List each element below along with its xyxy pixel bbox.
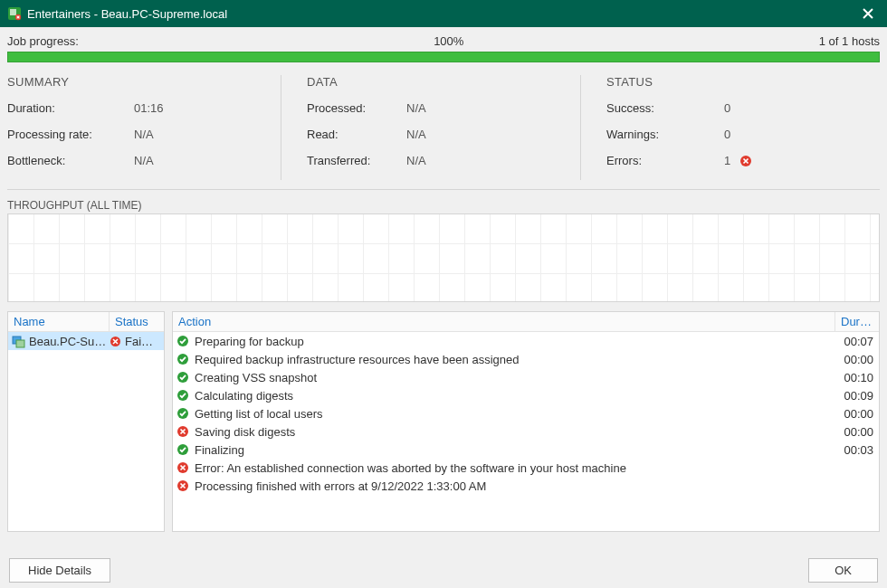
progress-percent: 100% — [79, 34, 819, 48]
error-icon — [176, 461, 189, 474]
action-row[interactable]: Getting list of local users00:00 — [173, 404, 879, 422]
ok-icon — [176, 353, 189, 365]
progress-bar — [7, 52, 880, 62]
svg-rect-4 — [16, 340, 24, 347]
host-row[interactable]: Beau.PC-Sup… Fai… — [8, 332, 164, 350]
action-text: Finalizing — [195, 443, 244, 457]
errors-label: Errors: — [606, 154, 724, 167]
ok-icon — [176, 407, 189, 420]
success-value: 0 — [724, 101, 730, 115]
action-row[interactable]: Error: An established connection was abo… — [173, 459, 879, 477]
ok-icon — [176, 389, 189, 402]
host-icon — [12, 335, 25, 348]
read-label: Read: — [307, 128, 406, 141]
ok-button[interactable]: OK — [808, 558, 878, 583]
action-duration: 00:03 — [834, 443, 873, 457]
col-status[interactable]: Status — [110, 312, 164, 331]
action-text: Getting list of local users — [195, 407, 323, 421]
transferred-value: N/A — [406, 154, 426, 167]
throughput-chart — [7, 213, 880, 302]
warnings-value: 0 — [724, 128, 730, 141]
title-bar: Entertainers - Beau.PC-Supreme.local — [0, 0, 887, 27]
success-label: Success: — [606, 101, 724, 115]
action-row[interactable]: Required backup infrastructure resources… — [173, 350, 879, 368]
errors-value: 1 — [724, 154, 730, 167]
error-icon — [110, 336, 121, 347]
bottleneck-value: N/A — [134, 154, 154, 167]
action-text: Error: An established connection was abo… — [195, 461, 626, 475]
status-head: STATUS — [606, 75, 873, 89]
action-text: Preparing for backup — [195, 335, 304, 348]
col-name[interactable]: Name — [8, 312, 110, 331]
action-row[interactable]: Preparing for backup00:07 — [173, 332, 879, 350]
read-value: N/A — [406, 128, 426, 141]
rate-value: N/A — [134, 128, 154, 141]
hide-details-button[interactable]: Hide Details — [9, 558, 110, 583]
action-duration: 00:09 — [834, 389, 873, 403]
close-icon — [863, 8, 873, 19]
stats-section: SUMMARY Duration:01:16 Processing rate:N… — [7, 75, 880, 190]
duration-value: 01:16 — [134, 101, 164, 115]
action-text: Creating VSS snapshot — [195, 371, 317, 384]
col-duration[interactable]: Dura… — [835, 312, 879, 331]
action-text: Saving disk digests — [195, 425, 295, 439]
col-action[interactable]: Action — [173, 312, 835, 331]
summary-head: SUMMARY — [7, 75, 273, 89]
data-head: DATA — [307, 75, 573, 89]
actions-header: Action Dura… — [173, 312, 879, 332]
dialog-footer: Hide Details OK — [0, 552, 887, 588]
error-icon — [739, 155, 752, 167]
warnings-label: Warnings: — [606, 128, 724, 141]
progress-label: Job progress: — [7, 34, 79, 48]
action-text: Calculating digests — [195, 389, 293, 403]
hosts-table: Name Status Beau.PC-Sup… Fai… — [7, 311, 165, 532]
error-icon — [176, 425, 189, 438]
ok-icon — [176, 335, 189, 347]
processed-label: Processed: — [307, 101, 406, 115]
tables-row: Name Status Beau.PC-Sup… Fai… — [7, 311, 880, 532]
action-row[interactable]: Calculating digests00:09 — [173, 386, 879, 404]
summary-col: SUMMARY Duration:01:16 Processing rate:N… — [7, 75, 281, 180]
host-status: Fai… — [125, 335, 153, 348]
rate-label: Processing rate: — [7, 128, 134, 141]
action-row[interactable]: Creating VSS snapshot00:10 — [173, 368, 879, 386]
ok-icon — [176, 443, 189, 456]
close-button[interactable] — [856, 2, 880, 25]
duration-label: Duration: — [7, 101, 134, 115]
action-duration: 00:00 — [834, 425, 873, 439]
data-col: DATA Processed:N/A Read:N/A Transferred:… — [281, 75, 580, 180]
action-text: Processing finished with errors at 9/12/… — [195, 479, 486, 493]
throughput-label: THROUGHPUT (ALL TIME) — [7, 199, 880, 212]
window-title: Entertainers - Beau.PC-Supreme.local — [27, 7, 856, 21]
action-row[interactable]: Finalizing00:03 — [173, 441, 879, 459]
action-duration: 00:00 — [834, 407, 873, 421]
action-duration: 00:07 — [834, 335, 873, 348]
action-text: Required backup infrastructure resources… — [195, 353, 519, 366]
host-name: Beau.PC-Sup… — [29, 335, 110, 348]
error-icon — [176, 479, 189, 492]
action-row[interactable]: Processing finished with errors at 9/12/… — [173, 477, 879, 495]
actions-table: Action Dura… Preparing for backup00:07Re… — [172, 311, 880, 532]
ok-icon — [176, 371, 189, 384]
action-duration: 00:00 — [834, 353, 873, 366]
progress-hosts: 1 of 1 hosts — [819, 34, 880, 48]
action-row[interactable]: Saving disk digests00:00 — [173, 422, 879, 441]
status-col: STATUS Success:0 Warnings:0 Errors:1 — [580, 75, 880, 180]
transferred-label: Transferred: — [307, 154, 406, 167]
hosts-header: Name Status — [8, 312, 164, 332]
app-icon — [7, 6, 22, 21]
processed-value: N/A — [406, 101, 426, 115]
action-duration: 00:10 — [834, 371, 873, 384]
bottleneck-label: Bottleneck: — [7, 154, 134, 167]
progress-row: Job progress: 100% 1 of 1 hosts — [7, 34, 880, 48]
